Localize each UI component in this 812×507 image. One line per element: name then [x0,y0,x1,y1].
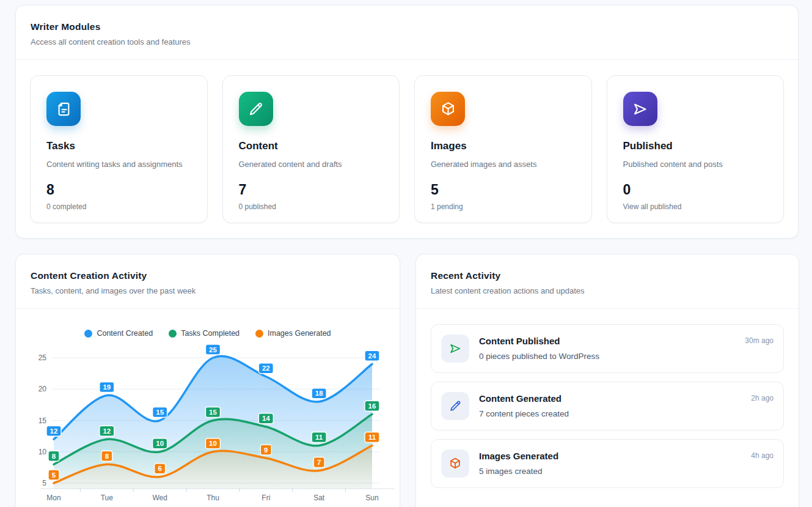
activity-item-content-generated[interactable]: Content Generated 7 content pieces creat… [431,382,784,431]
legend-item-tasks-completed[interactable]: Tasks Completed [169,329,240,338]
svg-text:18: 18 [315,390,323,397]
svg-text:9: 9 [264,446,268,454]
file-icon [46,92,81,126]
page-title: Writer Modules [31,21,783,32]
svg-text:5: 5 [42,479,46,487]
send-icon [441,335,469,363]
module-description: Published content and posts [623,160,768,169]
activity-title: Content Published [479,336,735,346]
content-creation-activity-panel: Content Creation Activity Tasks, content… [15,254,400,507]
activity-description: 7 content pieces created [479,409,741,418]
svg-text:5: 5 [52,472,56,479]
legend-dot-blue [84,330,92,338]
svg-text:Fri: Fri [262,494,270,502]
svg-text:20: 20 [38,385,47,393]
activity-title: Images Generated [479,451,741,461]
svg-text:16: 16 [368,402,376,410]
writer-modules-header: Writer Modules Access all content creati… [16,6,798,60]
module-sub-label: 0 completed [46,202,191,211]
svg-text:12: 12 [103,427,111,435]
module-title: Tasks [46,140,191,152]
chart-panel-subtitle: Tasks, content, and images over the past… [31,286,385,295]
svg-text:Sun: Sun [365,494,378,502]
svg-text:Thu: Thu [207,494,219,502]
activity-timestamp: 2h ago [751,392,774,420]
module-card-published[interactable]: Published Published content and posts 0 … [607,75,785,223]
svg-text:14: 14 [262,415,270,422]
module-title: Content [239,140,384,152]
legend-item-content-created[interactable]: Content Created [84,329,153,338]
activity-description: 5 images created [479,467,741,476]
legend-item-images-generated[interactable]: Images Generated [255,329,331,338]
recent-activity-panel: Recent Activity Latest content creation … [415,254,799,507]
activity-item-images-generated[interactable]: Images Generated 5 images created 4h ago [431,439,784,488]
activity-timestamp: 30m ago [745,335,774,363]
svg-text:10: 10 [38,448,47,456]
module-description: Generated content and drafts [239,160,384,169]
legend-label: Images Generated [268,329,331,338]
module-count: 7 [239,182,384,198]
svg-text:10: 10 [156,440,164,447]
activity-line-chart: 510152025MonTueWedThuFriSatSun1219152522… [16,309,401,507]
svg-text:15: 15 [38,416,47,425]
recent-activity-title: Recent Activity [431,270,784,281]
module-count: 0 [623,182,768,198]
svg-text:Mon: Mon [46,494,60,502]
svg-text:19: 19 [103,383,111,391]
svg-text:12: 12 [50,427,58,435]
pencil-icon [239,92,273,126]
module-description: Generated images and assets [431,160,576,169]
page-subtitle: Access all content creation tools and fe… [31,37,783,46]
chart-legend: Content Created Tasks Completed Images G… [16,329,400,338]
svg-text:Wed: Wed [152,494,167,502]
activity-title: Content Generated [479,393,741,404]
svg-text:25: 25 [38,353,47,362]
legend-label: Content Created [97,329,153,338]
activity-description: 0 pieces published to WordPress [479,352,735,361]
svg-text:7: 7 [317,459,321,466]
svg-text:15: 15 [156,409,164,416]
cube-icon [431,92,465,126]
module-card-images[interactable]: Images Generated images and assets 5 1 p… [414,75,592,223]
module-count: 5 [431,182,576,198]
svg-text:Tue: Tue [101,494,114,502]
pencil-icon [441,392,469,420]
activity-timestamp: 4h ago [751,450,774,478]
svg-text:22: 22 [262,365,270,372]
module-title: Images [431,140,576,152]
module-title: Published [623,140,768,152]
svg-text:11: 11 [368,434,376,441]
module-sub-label: 0 published [239,202,384,211]
recent-activity-header: Recent Activity Latest content creation … [416,254,799,309]
writer-modules-panel: Writer Modules Access all content creati… [15,5,799,239]
svg-text:25: 25 [209,346,217,353]
cube-icon [441,450,469,478]
module-sub-label: 1 pending [431,202,576,211]
module-card-content[interactable]: Content Generated content and drafts 7 0… [222,75,400,223]
legend-dot-green [169,330,177,338]
legend-dot-orange [255,330,263,338]
svg-text:10: 10 [209,440,217,447]
module-sub-label: View all published [623,202,768,211]
module-count: 8 [46,182,191,198]
svg-text:Sat: Sat [313,494,325,502]
svg-text:11: 11 [315,434,323,441]
send-icon [623,92,657,126]
recent-activity-subtitle: Latest content creation actions and upda… [431,286,784,295]
svg-text:15: 15 [209,409,217,416]
module-cards-row: Tasks Content writing tasks and assignme… [16,60,798,239]
svg-text:6: 6 [158,465,161,472]
chart-panel-header: Content Creation Activity Tasks, content… [16,254,400,309]
svg-text:24: 24 [368,352,376,360]
module-card-tasks[interactable]: Tasks Content writing tasks and assignme… [30,75,208,223]
chart-panel-title: Content Creation Activity [31,270,385,281]
svg-text:8: 8 [105,453,109,460]
activity-list: Content Published 0 pieces published to … [416,309,799,503]
activity-item-content-published[interactable]: Content Published 0 pieces published to … [431,324,784,373]
activity-chart-body: 510152025MonTueWedThuFriSatSun1219152522… [16,309,400,507]
legend-label: Tasks Completed [181,329,240,338]
module-description: Content writing tasks and assignments [46,160,191,169]
svg-text:8: 8 [52,453,56,460]
